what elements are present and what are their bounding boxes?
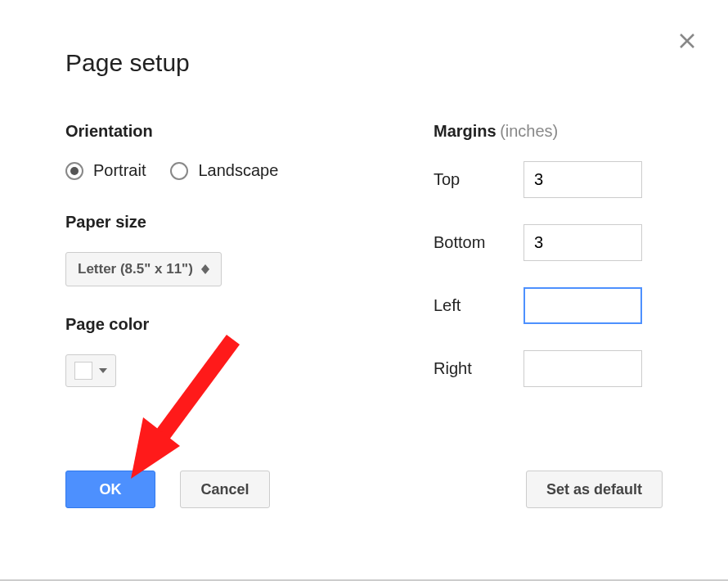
portrait-label: Portrait <box>93 161 146 180</box>
margin-top-label: Top <box>434 170 524 189</box>
margin-left-label: Left <box>434 296 524 315</box>
margin-top-input[interactable] <box>524 161 642 198</box>
margin-left-input[interactable] <box>524 287 642 324</box>
stepper-arrows-icon <box>201 264 209 274</box>
paper-size-dropdown[interactable]: Letter (8.5" x 11") <box>65 252 222 286</box>
landscape-label: Landscape <box>198 161 278 180</box>
ok-button[interactable]: OK <box>65 471 155 508</box>
radio-icon <box>65 162 83 180</box>
left-column: Orientation Portrait Landscape Paper siz… <box>65 122 384 413</box>
cancel-button[interactable]: Cancel <box>180 471 270 508</box>
orientation-label: Orientation <box>65 122 384 141</box>
orientation-landscape-radio[interactable]: Landscape <box>170 161 278 180</box>
margin-right-input[interactable] <box>524 350 642 387</box>
margins-unit: (inches) <box>500 122 558 140</box>
page-color-label: Page color <box>65 315 384 334</box>
close-icon[interactable] <box>677 31 697 51</box>
page-color-dropdown[interactable] <box>65 354 116 387</box>
svg-marker-4 <box>99 368 107 373</box>
svg-marker-7 <box>131 417 180 479</box>
chevron-down-icon <box>99 368 107 373</box>
radio-icon <box>170 162 188 180</box>
paper-size-value: Letter (8.5" x 11") <box>78 261 193 277</box>
margin-bottom-input[interactable] <box>524 224 642 261</box>
right-column: Margins (inches) Top Bottom Left Right <box>434 122 663 413</box>
dialog-title: Page setup <box>65 49 663 77</box>
margins-label: Margins <box>434 122 497 140</box>
page-setup-dialog: Page setup Orientation Portrait Landscap… <box>0 0 728 541</box>
orientation-portrait-radio[interactable]: Portrait <box>65 161 146 180</box>
color-swatch <box>74 362 92 380</box>
set-as-default-button[interactable]: Set as default <box>526 471 663 508</box>
margin-bottom-label: Bottom <box>434 233 524 252</box>
margin-right-label: Right <box>434 359 524 378</box>
svg-marker-3 <box>201 269 209 274</box>
paper-size-label: Paper size <box>65 213 384 232</box>
